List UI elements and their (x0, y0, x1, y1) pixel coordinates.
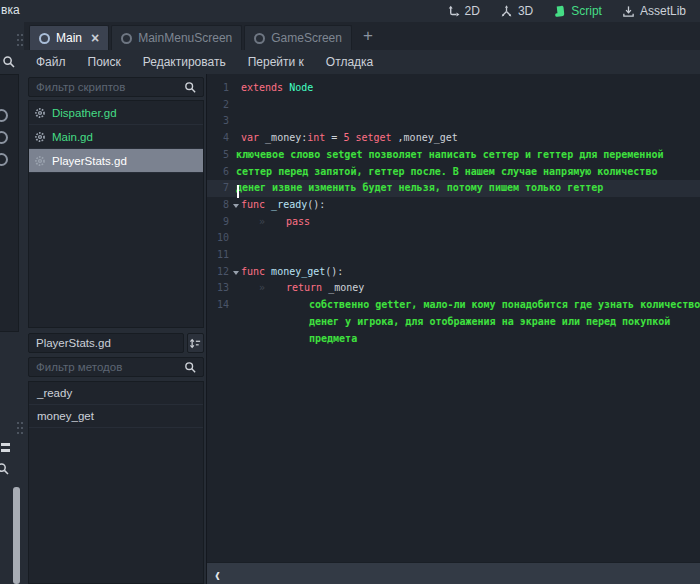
code-line-wrap: предмета (207, 331, 700, 348)
download-icon (622, 5, 635, 18)
script-item-Main.gd[interactable]: Main.gd (29, 125, 203, 149)
fold-arrow-icon[interactable] (233, 204, 239, 208)
node-icon (0, 153, 8, 166)
scene-tab-MainMenuScreen[interactable]: MainMenuScreen (111, 25, 242, 50)
tab-indent-mark: » (259, 282, 265, 293)
dock-grabber-icon[interactable] (17, 34, 19, 36)
menu-item-Отладка[interactable]: Отладка (315, 55, 384, 69)
method-item-money_get[interactable]: money_get (29, 405, 203, 428)
scene-tab-GameScreen[interactable]: GameScreen (244, 25, 352, 50)
line-number: 12 (207, 266, 229, 277)
code-line-9: 9»pass (207, 214, 700, 231)
code-line-13: 13»return _money (207, 280, 700, 297)
gear-icon (34, 155, 46, 167)
script-item-Dispather.gd[interactable]: Dispather.gd (29, 101, 203, 125)
code-text: сеттер перед запятой, геттер после. В на… (236, 166, 657, 177)
script-item-PlayerStats.gd[interactable]: PlayerStats.gd (29, 149, 203, 173)
code-line-12: 12func money_get(): (207, 264, 700, 281)
menu-item-Редактировать[interactable]: Редактировать (132, 55, 237, 69)
line-number: 1 (207, 82, 229, 93)
script-name: Dispather.gd (52, 107, 117, 119)
clipped-menu-text: вка (1, 3, 20, 17)
3d-icon (500, 5, 513, 18)
script-icon (553, 5, 566, 18)
node-icon (0, 109, 8, 122)
clipped-scene-tree (0, 74, 19, 332)
gear-icon (34, 131, 46, 143)
workspace-2d-button[interactable]: 2D (447, 4, 480, 18)
code-line-10: 10 (207, 230, 700, 247)
godot-editor-window: вка 2D 3D Script AssetLib (0, 0, 700, 584)
code-line-14: 14собственно getter, мало-ли кому понадо… (207, 297, 700, 314)
menu-item-Файл[interactable]: Файл (25, 55, 77, 69)
search-icon (0, 462, 10, 476)
editor-bottom-bar: ‹ (207, 562, 700, 584)
script-name: Main.gd (52, 131, 93, 143)
add-scene-button[interactable]: + (354, 26, 382, 46)
gear-icon (34, 107, 46, 119)
scene-tab-label: MainMenuScreen (138, 31, 232, 45)
workspace-assetlib-button[interactable]: AssetLib (622, 4, 686, 18)
menu-item-Перейти к[interactable]: Перейти к (237, 55, 315, 69)
line-number: 11 (207, 249, 229, 260)
menu-item-Поиск[interactable]: Поиск (77, 55, 132, 69)
dock-scrollbar[interactable] (13, 487, 20, 584)
tab-indent-mark: » (259, 216, 265, 227)
scene-tab-Main[interactable]: Main× (29, 25, 109, 50)
2d-icon (447, 5, 460, 18)
filter-methods-input[interactable] (28, 357, 204, 377)
workspace-3d-button[interactable]: 3D (500, 4, 533, 18)
code-line-wrap: денег у игрока, для отображения на экран… (207, 314, 700, 331)
code-text: extends Node (241, 82, 313, 93)
current-script-name[interactable]: PlayerStats.gd (28, 333, 184, 353)
line-number: 5 (207, 149, 229, 160)
code-text: денег извне изменить будет нельзя, потом… (236, 182, 603, 193)
code-line-5: 5ключевое слово setget позволяет написат… (207, 147, 700, 164)
code-text: предмета (309, 333, 357, 344)
line-number: 8 (207, 199, 229, 210)
code-line-11: 11 (207, 247, 700, 264)
code-line-2: 2 (207, 97, 700, 114)
code-text: pass (286, 216, 310, 227)
script-menu-bar: ФайлПоискРедактироватьПерейти кОтладка (24, 50, 700, 74)
line-number: 4 (207, 132, 229, 143)
sort-icon (189, 337, 202, 350)
code-line-3: 3 (207, 113, 700, 130)
scene-tab-label: GameScreen (271, 31, 342, 45)
line-number: 6 (207, 166, 229, 177)
chevron-left-icon[interactable]: ‹ (215, 562, 220, 584)
line-number: 2 (207, 99, 229, 110)
code-text: return _money (286, 282, 364, 293)
tab-close-icon[interactable]: × (91, 33, 99, 43)
filter-scripts-input[interactable] (28, 77, 204, 97)
scene-icon (121, 33, 132, 44)
sort-methods-button[interactable] (187, 333, 204, 353)
scene-icon (39, 33, 50, 44)
script-name: PlayerStats.gd (52, 155, 127, 167)
fold-arrow-icon[interactable] (233, 271, 239, 275)
code-line-7: 7денег извне изменить будет нельзя, пото… (207, 180, 700, 197)
line-number: 7 (207, 182, 229, 193)
line-number: 10 (207, 232, 229, 243)
scene-tab-bar: Main×MainMenuScreenGameScreen + (24, 22, 700, 50)
list-view-icon (1, 449, 10, 452)
code-text: денег у игрока, для отображения на экран… (309, 316, 670, 327)
line-number: 9 (207, 216, 229, 227)
script-editor: Main×MainMenuScreenGameScreen + ФайлПоис… (24, 22, 700, 584)
list-view-icon (1, 443, 10, 446)
top-toolbar: вка 2D 3D Script AssetLib (0, 0, 700, 22)
code-editor[interactable]: 1extends Node234var _money:int = 5 setge… (206, 74, 700, 584)
code-text: var _money:int = 5 setget ,money_get (241, 132, 458, 143)
code-text: собственно getter, мало-ли кому понадоби… (309, 299, 700, 310)
code-line-8: 8func _ready(): (207, 197, 700, 214)
methods-list: _readymoney_get (28, 381, 204, 584)
line-number: 13 (207, 282, 229, 293)
code-line-4: 4var _money:int = 5 setget ,money_get (207, 130, 700, 147)
node-icon (0, 131, 8, 144)
method-item-_ready[interactable]: _ready (29, 382, 203, 405)
workspace-script-button[interactable]: Script (553, 4, 602, 18)
scene-tab-label: Main (56, 31, 82, 45)
dock-grabber-icon[interactable] (17, 422, 19, 424)
scripts-list: Dispather.gdMain.gdPlayerStats.gd (28, 100, 204, 328)
line-number: 14 (207, 299, 229, 310)
